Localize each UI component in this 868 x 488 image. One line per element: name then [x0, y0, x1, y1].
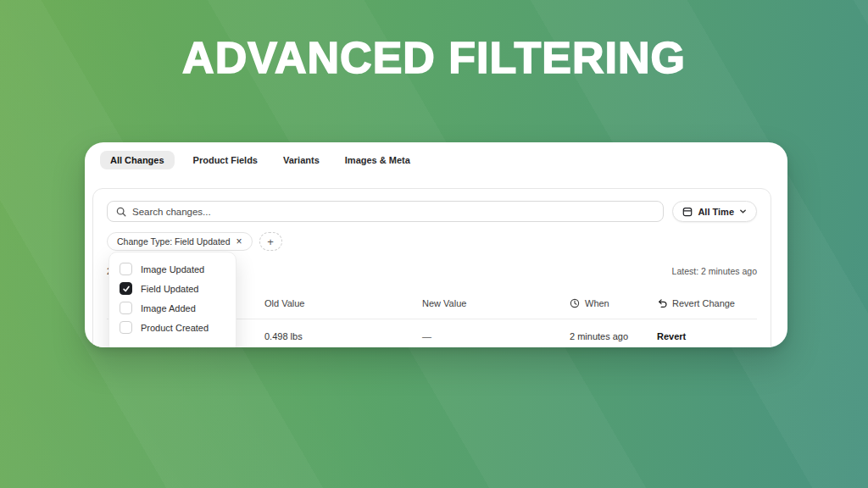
time-filter-label: All Time — [698, 207, 734, 217]
page-title: ADVANCED FILTERING — [0, 32, 868, 83]
chevron-down-icon — [739, 208, 747, 215]
header-revert-change: Revert Change — [657, 298, 757, 308]
revert-button[interactable]: Revert — [657, 331, 757, 341]
active-filters-row: Change Type: Field Updated × + — [107, 232, 757, 251]
search-input[interactable] — [132, 207, 654, 217]
cell-old-value: 0.498 lbs — [264, 331, 422, 341]
tab-product-fields[interactable]: Product Fields — [186, 151, 264, 169]
header-new-value: New Value — [422, 298, 570, 308]
checkbox-product-created[interactable] — [120, 321, 132, 334]
undo-icon — [657, 298, 667, 308]
search-box[interactable] — [107, 201, 664, 222]
search-row: All Time — [107, 201, 757, 222]
header-when: When — [570, 298, 657, 308]
remove-filter-icon[interactable]: × — [236, 236, 242, 247]
checkbox-image-updated[interactable] — [120, 263, 132, 275]
cell-new-value: — — [422, 331, 570, 341]
changes-card: All Changes Product Fields Variants Imag… — [85, 142, 787, 347]
checkbox-field-updated[interactable] — [120, 282, 132, 295]
option-product-created[interactable]: Product Created — [109, 318, 236, 337]
filter-chip-change-type[interactable]: Change Type: Field Updated × — [107, 232, 253, 251]
option-image-updated[interactable]: Image Updated — [109, 259, 236, 279]
tab-images-meta[interactable]: Images & Meta — [338, 151, 417, 169]
time-filter-button[interactable]: All Time — [672, 201, 757, 222]
filter-chip-label: Change Type: Field Updated — [117, 236, 230, 247]
search-icon — [116, 207, 126, 217]
add-filter-button[interactable]: + — [259, 232, 282, 251]
tab-bar: All Changes Product Fields Variants Imag… — [100, 151, 417, 169]
clock-icon — [570, 298, 580, 308]
header-old-value: Old Value — [264, 298, 422, 308]
option-image-added[interactable]: Image Added — [109, 298, 236, 318]
option-field-updated[interactable]: Field Updated — [109, 279, 236, 298]
checkbox-image-added[interactable] — [120, 302, 132, 314]
cell-when: 2 minutes ago — [570, 331, 657, 341]
latest-change-timestamp: Latest: 2 minutes ago — [672, 266, 757, 276]
tab-variants[interactable]: Variants — [276, 151, 326, 169]
change-type-dropdown: Image Updated Field Updated Image Added … — [108, 252, 236, 347]
tab-all-changes[interactable]: All Changes — [100, 151, 175, 169]
calendar-icon — [682, 207, 693, 217]
